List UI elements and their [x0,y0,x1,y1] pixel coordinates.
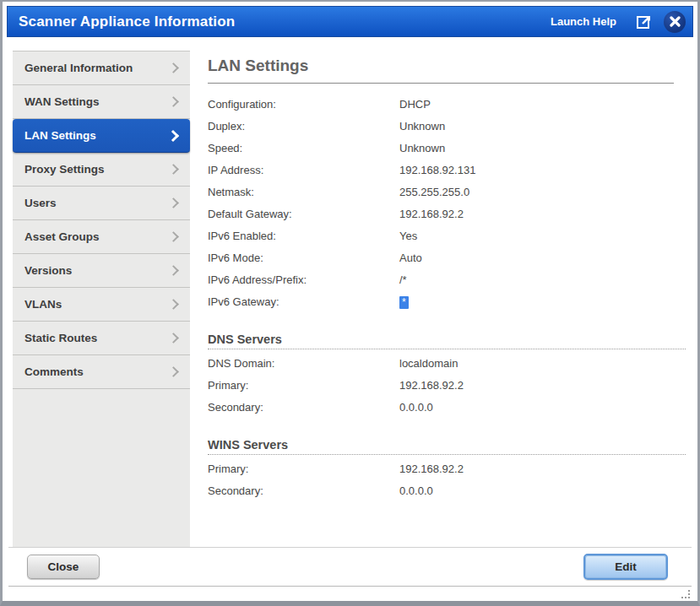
resize-grip-icon[interactable] [681,590,690,598]
chevron-right-icon [168,231,179,242]
chevron-right-icon [168,197,179,208]
sidebar-item-label: LAN Settings [24,129,169,142]
field-row-speed: Speed: Unknown [208,138,686,160]
chevron-right-icon [168,333,179,344]
field-value: 0.0.0.0 [399,397,433,419]
field-label: IPv6 Address/Prefix: [208,269,399,291]
field-row-ipv6-address-prefix: IPv6 Address/Prefix: /* [208,269,686,291]
field-label: IPv6 Mode: [208,247,399,269]
sidebar-item-label: VLANs [24,298,170,311]
sidebar-nav: General Information WAN Settings LAN Set… [13,51,190,547]
chevron-right-icon [168,164,179,175]
field-label: IP Address: [208,160,399,181]
sidebar-item-lan-settings[interactable]: LAN Settings [13,119,190,153]
field-label: Primary: [208,458,399,480]
sidebar-item-general-information[interactable]: General Information [13,51,190,85]
field-value-highlighted: * [399,296,409,309]
chevron-right-icon [168,299,179,310]
sidebar-item-label: WAN Settings [24,95,170,108]
field-value: 192.168.92.131 [399,160,475,181]
footer-bar: Close Edit [8,547,692,587]
field-value: localdomain [399,353,458,375]
field-row-ip-address: IP Address: 192.168.92.131 [208,160,686,181]
sidebar-item-users[interactable]: Users [13,187,190,220]
field-row-ipv6-enabled: IPv6 Enabled: Yes [208,225,686,247]
wins-servers-section: WINS Servers Primary: 192.168.92.2 Secon… [208,438,686,502]
sidebar-item-static-routes[interactable]: Static Routes [13,322,190,355]
dialog-body: General Information WAN Settings LAN Set… [13,51,687,547]
field-row-wins-primary: Primary: 192.168.92.2 [208,458,686,480]
sidebar-item-label: Users [24,197,170,209]
field-label: IPv6 Enabled: [208,225,399,247]
sidebar-item-label: General Information [24,62,170,74]
field-value: 192.168.92.2 [399,375,464,397]
title-divider [208,83,674,84]
sidebar-item-proxy-settings[interactable]: Proxy Settings [13,153,190,187]
chevron-right-icon [168,96,179,107]
sidebar-item-label: Proxy Settings [24,163,170,176]
section-title: WINS Servers [208,438,686,455]
field-label: Configuration: [208,94,399,116]
field-row-duplex: Duplex: Unknown [208,116,686,138]
field-label: DNS Domain: [208,353,399,375]
lan-settings-pane: LAN Settings Configuration: DHCP Duplex:… [190,51,687,547]
sidebar-item-wan-settings[interactable]: WAN Settings [13,85,190,119]
chevron-right-icon [168,265,179,276]
sidebar-item-vlans[interactable]: VLANs [13,288,190,322]
edit-button[interactable]: Edit [583,554,668,580]
sidebar-item-label: Static Routes [24,332,170,344]
section-title: DNS Servers [208,333,686,349]
dialog-title: Scanner Appliance Information [19,14,551,30]
field-label: Default Gateway: [208,203,399,225]
chevron-right-icon [167,129,179,141]
title-bar: Scanner Appliance Information Launch Hel… [7,6,693,37]
close-button[interactable]: Close [27,555,100,579]
field-label: IPv6 Gateway: [208,291,399,313]
sidebar-item-versions[interactable]: Versions [13,254,190,288]
field-label: Netmask: [208,181,399,203]
field-row-default-gateway: Default Gateway: 192.168.92.2 [208,203,686,225]
field-row-wins-secondary: Secondary: 0.0.0.0 [208,480,686,502]
field-row-dns-primary: Primary: 192.168.92.2 [208,375,686,397]
status-bar [7,587,693,602]
scanner-appliance-dialog: Scanner Appliance Information Launch Hel… [0,0,700,606]
popout-icon[interactable] [635,13,654,31]
sidebar-item-label: Versions [24,264,170,277]
field-label: Secondary: [208,480,399,502]
sidebar-item-asset-groups[interactable]: Asset Groups [13,220,190,254]
field-value: 192.168.92.2 [399,458,464,480]
field-label: Secondary: [208,397,399,419]
field-row-ipv6-mode: IPv6 Mode: Auto [208,247,686,269]
field-value: Unknown [399,138,445,160]
field-row-dns-domain: DNS Domain: localdomain [208,353,686,375]
field-value: Unknown [399,116,445,138]
dns-servers-section: DNS Servers DNS Domain: localdomain Prim… [208,333,686,419]
sidebar-item-label: Comments [24,365,170,378]
sidebar-item-label: Asset Groups [24,230,170,243]
close-icon[interactable] [664,11,686,33]
field-row-netmask: Netmask: 255.255.255.0 [208,181,686,203]
field-label: Primary: [208,375,399,397]
chevron-right-icon [168,366,179,377]
field-row-dns-secondary: Secondary: 0.0.0.0 [208,397,686,419]
field-label: Speed: [208,138,399,160]
field-row-configuration: Configuration: DHCP [208,94,686,116]
field-value: 0.0.0.0 [399,480,433,502]
field-value: /* [399,269,407,291]
field-value: Auto [399,247,422,269]
page-title: LAN Settings [208,57,686,75]
field-label: Duplex: [208,116,399,138]
field-row-ipv6-gateway: IPv6 Gateway: * [208,291,686,313]
field-value: 192.168.92.2 [399,203,464,225]
field-value: Yes [399,225,417,247]
field-value: DHCP [399,94,431,116]
sidebar-item-comments[interactable]: Comments [13,355,190,389]
field-value: 255.255.255.0 [399,181,469,203]
chevron-right-icon [168,62,179,73]
launch-help-link[interactable]: Launch Help [551,15,616,28]
